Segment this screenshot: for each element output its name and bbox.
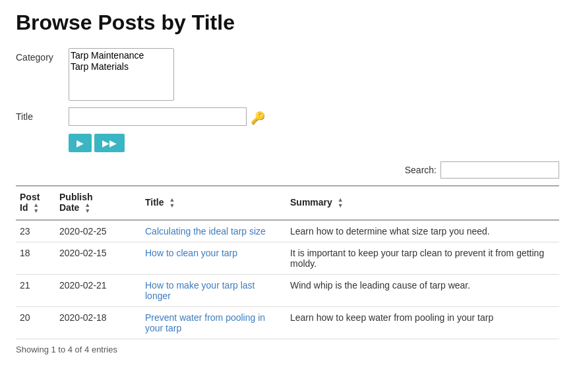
col-header-summary: Summary ▲▼ xyxy=(286,186,559,220)
table-row: 202020-02-18Prevent water from pooling i… xyxy=(16,307,559,339)
key-icon: 🔑 xyxy=(251,111,265,125)
page-title: Browse Posts by Title xyxy=(16,11,559,35)
post-title-link[interactable]: Calculating the ideal tarp size xyxy=(145,226,266,237)
cell-summary: Wind whip is the leading cause of tarp w… xyxy=(286,275,559,307)
sort-arrows-title[interactable]: ▲▼ xyxy=(169,197,175,209)
cell-publishdate: 2020-02-18 xyxy=(55,307,141,339)
category-select[interactable]: Tarp Maintenance Tarp Materials xyxy=(69,48,174,101)
col-header-title: Title ▲▼ xyxy=(141,186,286,220)
category-label: Category xyxy=(16,48,69,63)
sort-arrows-postid[interactable]: ▲▼ xyxy=(33,202,39,214)
cell-publishdate: 2020-02-21 xyxy=(55,275,141,307)
table-row: 232020-02-25Calculating the ideal tarp s… xyxy=(16,220,559,242)
col-header-publishdate: PublishDate ▲▼ xyxy=(55,186,141,220)
title-input[interactable] xyxy=(69,107,247,126)
post-title-link[interactable]: Prevent water from pooling in your tarp xyxy=(145,312,265,333)
cell-summary: Learn how to determine what size tarp yo… xyxy=(286,220,559,242)
cell-title: How to make your tarp last longer xyxy=(141,275,286,307)
post-title-link[interactable]: How to make your tarp last longer xyxy=(145,280,255,301)
next-button[interactable]: ▶ xyxy=(69,134,92,152)
search-input[interactable] xyxy=(440,161,559,179)
cell-title: Calculating the ideal tarp size xyxy=(141,220,286,242)
sort-arrows-summary[interactable]: ▲▼ xyxy=(338,197,344,209)
cell-summary: Learn how to keep water from pooling in … xyxy=(286,307,559,339)
cell-postid: 18 xyxy=(16,242,55,275)
search-label: Search: xyxy=(405,165,437,175)
cell-publishdate: 2020-02-15 xyxy=(55,242,141,275)
cell-summary: It is important to keep your tarp clean … xyxy=(286,242,559,275)
cell-postid: 20 xyxy=(16,307,55,339)
cell-title: Prevent water from pooling in your tarp xyxy=(141,307,286,339)
cell-publishdate: 2020-02-25 xyxy=(55,220,141,242)
post-title-link[interactable]: How to clean your tarp xyxy=(145,248,237,258)
table-footer: Showing 1 to 4 of 4 entries xyxy=(16,345,559,354)
cell-title: How to clean your tarp xyxy=(141,242,286,275)
cell-postid: 23 xyxy=(16,220,55,242)
title-label: Title xyxy=(16,107,69,122)
last-button[interactable]: ▶▶ xyxy=(94,134,125,152)
cell-postid: 21 xyxy=(16,275,55,307)
posts-table: PostId ▲▼ PublishDate ▲▼ Title ▲▼ Summar… xyxy=(16,185,559,339)
col-header-postid: PostId ▲▼ xyxy=(16,186,55,220)
table-row: 212020-02-21How to make your tarp last l… xyxy=(16,275,559,307)
table-row: 182020-02-15How to clean your tarpIt is … xyxy=(16,242,559,275)
sort-arrows-publishdate[interactable]: ▲▼ xyxy=(84,202,90,214)
